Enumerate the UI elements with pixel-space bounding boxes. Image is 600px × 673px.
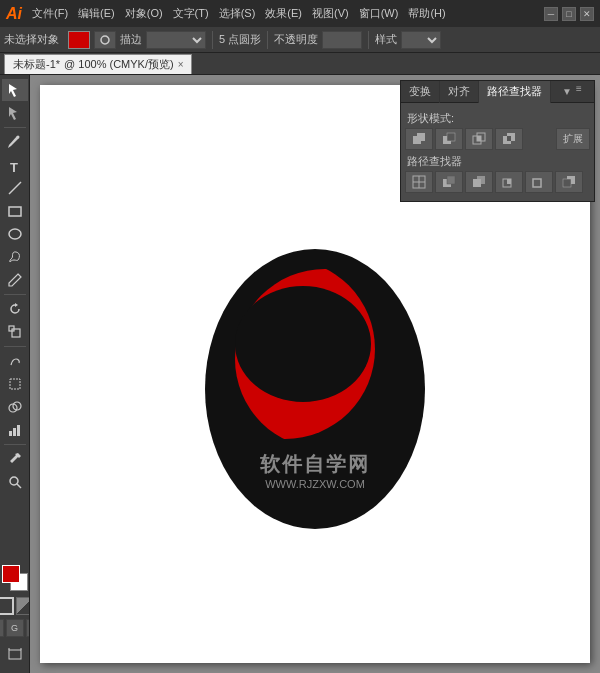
separator-3 [368,31,369,49]
ellipse-tool[interactable] [2,223,28,245]
object-status-label: 未选择对象 [4,32,64,47]
svg-rect-26 [447,133,455,141]
artwork-svg [195,239,435,539]
trim-btn[interactable] [435,171,463,193]
separator-2 [267,31,268,49]
pencil-tool[interactable] [2,269,28,291]
panel-menu-btn[interactable]: ≡ [576,83,594,101]
menu-select[interactable]: 选择(S) [219,6,256,21]
expand-button[interactable]: 扩展 [556,128,590,150]
scale-tool[interactable] [2,321,28,343]
menu-effect[interactable]: 效果(E) [265,6,302,21]
menu-text[interactable]: 文字(T) [173,6,209,21]
divide-btn[interactable] [405,171,433,193]
separator-1 [212,31,213,49]
artwork [195,239,435,539]
svg-rect-29 [477,136,481,141]
color-swatch[interactable] [68,31,90,49]
svg-point-5 [9,229,21,239]
free-transform-tool[interactable] [2,373,28,395]
exclude-btn[interactable] [495,128,523,150]
svg-point-0 [101,36,109,44]
stroke-box[interactable] [0,597,14,615]
svg-line-3 [9,182,21,194]
svg-rect-37 [447,176,455,184]
color-mode-btn[interactable]: C [0,619,4,637]
selection-tool[interactable] [2,79,28,101]
style-dropdown[interactable] [401,31,441,49]
panel-body: 形状模式: [401,103,594,201]
svg-rect-39 [477,176,485,184]
close-button[interactable]: ✕ [580,7,594,21]
unite-btn[interactable] [405,128,433,150]
paintbrush-tool[interactable] [2,246,28,268]
style-label: 样式 [375,32,397,47]
menu-help[interactable]: 帮助(H) [408,6,445,21]
warp-tool[interactable] [2,350,28,372]
canvas-area: 软件自学网 WWW.RJZXW.COM 变换 对齐 路径查找器 ▼ ≡ 形状模式… [30,75,600,673]
crop-btn[interactable] [495,171,523,193]
svg-text:T: T [10,160,18,172]
tool-sep-2 [4,294,26,295]
menu-file[interactable]: 文件(F) [32,6,68,21]
svg-point-1 [16,136,19,139]
eyedropper-tool[interactable] [2,448,28,470]
shape-modes-label: 形状模式: [407,111,588,126]
opacity-label: 不透明度 [274,32,318,47]
minus-front-btn[interactable] [435,128,463,150]
tab-bar: 未标题-1* @ 100% (CMYK/预览) × [0,53,600,75]
zoom-tool[interactable] [2,471,28,493]
fg-bg-colors [2,565,28,591]
artboard-tool[interactable] [2,643,28,665]
maximize-button[interactable]: □ [562,7,576,21]
shape-builder-tool[interactable] [2,396,28,418]
panel-collapse-btn[interactable]: ▼ [558,86,576,97]
title-bar: Ai 文件(F) 编辑(E) 对象(O) 文字(T) 选择(S) 效果(E) 视… [0,0,600,27]
minimize-button[interactable]: ─ [544,7,558,21]
tab-transform[interactable]: 变换 [401,81,440,103]
tool-sep-4 [4,444,26,445]
tool-sep-1 [4,127,26,128]
point-label: 5 点圆形 [219,32,261,47]
svg-point-14 [10,477,18,485]
stroke-icon-btn[interactable] [94,31,116,49]
pen-tool[interactable] [2,131,28,153]
menu-edit[interactable]: 编辑(E) [78,6,115,21]
merge-btn[interactable] [465,171,493,193]
shape-mode-buttons: 扩展 [405,128,590,150]
opacity-input[interactable]: 100% [322,31,362,49]
stroke-dropdown[interactable] [146,31,206,49]
graph-tool[interactable] [2,419,28,441]
document-tab[interactable]: 未标题-1* @ 100% (CMYK/预览) × [4,54,192,74]
tab-pathfinder[interactable]: 路径查找器 [479,81,551,103]
direct-selection-tool[interactable] [2,102,28,124]
tab-name: 未标题-1* [13,57,60,72]
svg-rect-6 [12,329,20,337]
toolbox: T [0,75,30,673]
window-controls: ─ □ ✕ [544,7,594,21]
svg-rect-24 [417,133,425,141]
svg-rect-8 [10,379,20,389]
pathfinder-buttons [405,171,590,193]
menu-window[interactable]: 窗口(W) [359,6,399,21]
line-tool[interactable] [2,177,28,199]
svg-rect-4 [9,207,21,216]
svg-rect-16 [9,650,21,659]
fill-none-box[interactable] [16,597,31,615]
tool-sep-3 [4,346,26,347]
menu-object[interactable]: 对象(O) [125,6,163,21]
tab-close-icon[interactable]: × [178,59,184,70]
minus-back-btn[interactable] [555,171,583,193]
outline-btn[interactable] [525,171,553,193]
tab-align[interactable]: 对齐 [440,81,479,103]
intersect-btn[interactable] [465,128,493,150]
gradient-btn[interactable]: G [6,619,24,637]
svg-line-15 [17,484,21,488]
main-area: T [0,75,600,673]
rotate-tool[interactable] [2,298,28,320]
type-tool[interactable]: T [2,154,28,176]
fg-color-box[interactable] [2,565,20,583]
rect-tool[interactable] [2,200,28,222]
menu-view[interactable]: 视图(V) [312,6,349,21]
app-logo: Ai [6,5,22,23]
